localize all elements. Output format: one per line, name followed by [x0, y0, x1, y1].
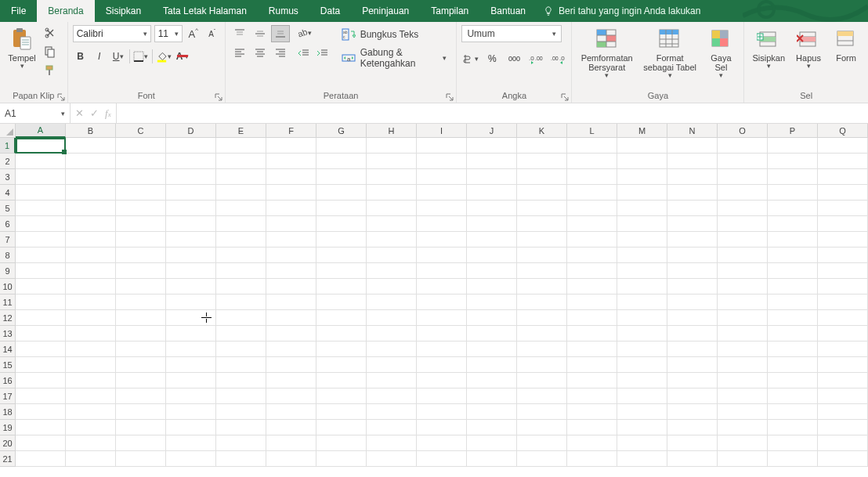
- cell[interactable]: [16, 420, 66, 435]
- cell[interactable]: [517, 310, 567, 326]
- cell[interactable]: [216, 263, 266, 279]
- cell[interactable]: [617, 310, 667, 326]
- cell[interactable]: [417, 216, 467, 232]
- cell[interactable]: [216, 185, 266, 201]
- cell[interactable]: [166, 169, 216, 185]
- column-header-L[interactable]: L: [567, 124, 617, 138]
- cell[interactable]: [617, 248, 667, 263]
- cell[interactable]: [768, 263, 818, 279]
- cell[interactable]: [166, 404, 216, 420]
- tab-home[interactable]: Beranda: [37, 0, 94, 22]
- cell[interactable]: [166, 263, 216, 279]
- cell[interactable]: [216, 248, 266, 263]
- cell[interactable]: [116, 216, 166, 232]
- cell[interactable]: [567, 373, 617, 388]
- cell[interactable]: [166, 279, 216, 295]
- cancel-formula-button[interactable]: ✕: [75, 107, 84, 119]
- decrease-font-size-button[interactable]: Aˇ: [204, 26, 220, 42]
- align-left-button[interactable]: [230, 44, 249, 61]
- column-header-F[interactable]: F: [266, 124, 316, 138]
- cell[interactable]: [216, 388, 266, 404]
- cell[interactable]: [467, 248, 517, 263]
- cell[interactable]: [617, 169, 667, 185]
- cell[interactable]: [16, 154, 66, 169]
- cell[interactable]: [367, 295, 417, 310]
- align-right-button[interactable]: [271, 44, 290, 61]
- cell[interactable]: [216, 310, 266, 326]
- cell[interactable]: [166, 232, 216, 248]
- cell[interactable]: [768, 169, 818, 185]
- format-painter-button[interactable]: [42, 63, 58, 78]
- cell[interactable]: [718, 451, 768, 467]
- cell[interactable]: [66, 341, 116, 357]
- cell[interactable]: [417, 154, 467, 169]
- cell[interactable]: [367, 341, 417, 357]
- cell[interactable]: [266, 295, 316, 310]
- cell[interactable]: [617, 232, 667, 248]
- cell[interactable]: [567, 295, 617, 310]
- cell[interactable]: [467, 310, 517, 326]
- column-header-K[interactable]: K: [517, 124, 567, 138]
- tab-file[interactable]: File: [0, 0, 37, 22]
- cell[interactable]: [667, 295, 718, 310]
- cell[interactable]: [266, 154, 316, 169]
- cell[interactable]: [818, 263, 868, 279]
- cell[interactable]: [16, 341, 66, 357]
- cell[interactable]: [467, 279, 517, 295]
- cell[interactable]: [517, 326, 567, 341]
- increase-font-size-button[interactable]: A^: [186, 26, 201, 42]
- cell[interactable]: [517, 169, 567, 185]
- cell[interactable]: [367, 326, 417, 341]
- cell[interactable]: [66, 310, 116, 326]
- cell[interactable]: [818, 169, 868, 185]
- cell[interactable]: [116, 248, 166, 263]
- cell[interactable]: [16, 295, 66, 310]
- cell[interactable]: [367, 310, 417, 326]
- increase-indent-button[interactable]: [315, 45, 331, 61]
- cell[interactable]: [417, 451, 467, 467]
- cell[interactable]: [467, 326, 517, 341]
- cell[interactable]: [567, 248, 617, 263]
- cell[interactable]: [517, 404, 567, 420]
- paste-button[interactable]: Tempel ▾: [5, 25, 39, 72]
- cell[interactable]: [216, 326, 266, 341]
- cell[interactable]: [367, 154, 417, 169]
- alignment-dialog-launcher[interactable]: [445, 92, 454, 102]
- cell[interactable]: [517, 279, 567, 295]
- cell[interactable]: [316, 248, 367, 263]
- cell[interactable]: [517, 154, 567, 169]
- cell[interactable]: [567, 341, 617, 357]
- cell[interactable]: [316, 341, 367, 357]
- row-header-21[interactable]: 21: [0, 451, 16, 467]
- cell[interactable]: [16, 310, 66, 326]
- cell[interactable]: [818, 373, 868, 388]
- cell[interactable]: [718, 154, 768, 169]
- cell[interactable]: [768, 138, 818, 154]
- tab-formulas[interactable]: Rumus: [258, 0, 309, 22]
- cell[interactable]: [116, 295, 166, 310]
- cell[interactable]: [316, 279, 367, 295]
- cell[interactable]: [417, 435, 467, 451]
- cell[interactable]: [718, 420, 768, 435]
- cell[interactable]: [818, 451, 868, 467]
- cell[interactable]: [617, 295, 667, 310]
- cell[interactable]: [16, 435, 66, 451]
- number-dialog-launcher[interactable]: [560, 92, 570, 102]
- row-header-18[interactable]: 18: [0, 404, 16, 420]
- cell[interactable]: [166, 310, 216, 326]
- cell[interactable]: [768, 451, 818, 467]
- cell[interactable]: [617, 326, 667, 341]
- column-header-C[interactable]: C: [116, 124, 166, 138]
- fill-color-button[interactable]: ▾: [156, 49, 172, 64]
- cell[interactable]: [216, 357, 266, 373]
- column-header-B[interactable]: B: [66, 124, 116, 138]
- cell[interactable]: [818, 154, 868, 169]
- cell[interactable]: [116, 201, 166, 216]
- cell[interactable]: [367, 185, 417, 201]
- cell[interactable]: [567, 201, 617, 216]
- cell[interactable]: [617, 341, 667, 357]
- font-size-select[interactable]: 11 ▾: [154, 25, 183, 42]
- cell[interactable]: [567, 404, 617, 420]
- cell[interactable]: [216, 420, 266, 435]
- cell[interactable]: [417, 201, 467, 216]
